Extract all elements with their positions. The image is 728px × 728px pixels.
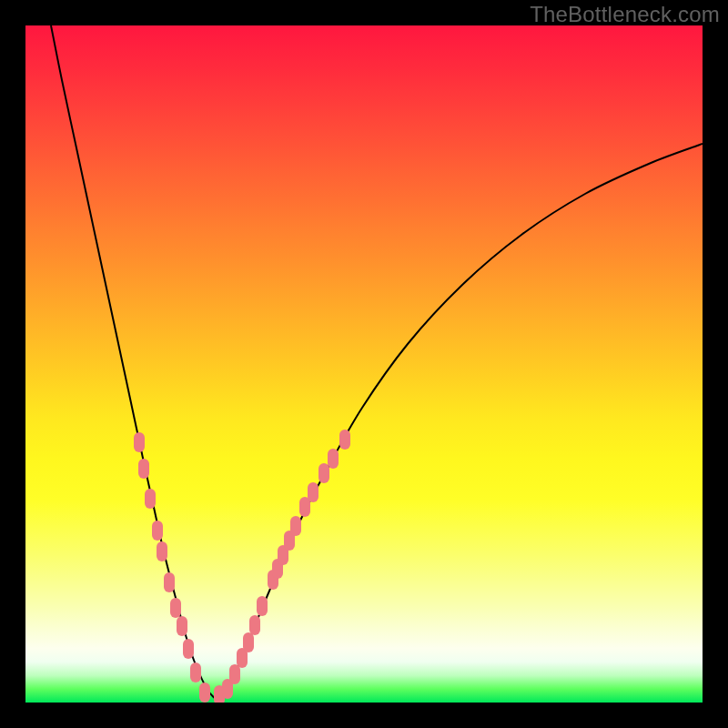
marker-point bbox=[328, 449, 339, 469]
marker-point bbox=[318, 463, 329, 483]
marker-point bbox=[190, 662, 201, 682]
marker-point bbox=[249, 615, 260, 635]
marker-point bbox=[157, 541, 167, 561]
marker-point bbox=[145, 489, 156, 509]
marker-point bbox=[164, 572, 175, 592]
marker-point bbox=[290, 516, 301, 536]
chart-frame: TheBottleneck.com bbox=[0, 0, 728, 728]
marker-point bbox=[243, 632, 254, 652]
series-lines bbox=[51, 25, 703, 703]
marker-point bbox=[134, 432, 145, 452]
marker-point bbox=[199, 682, 210, 703]
marker-point bbox=[257, 596, 268, 616]
marker-point bbox=[152, 521, 163, 541]
marker-point bbox=[183, 639, 194, 659]
marker-point bbox=[308, 482, 318, 502]
watermark-text: TheBottleneck.com bbox=[530, 2, 720, 27]
marker-group bbox=[134, 430, 350, 703]
marker-point bbox=[138, 459, 149, 479]
marker-point bbox=[339, 430, 350, 450]
marker-point bbox=[177, 616, 187, 636]
curve-right-curve bbox=[219, 144, 703, 703]
marker-point bbox=[170, 598, 181, 618]
curves-svg bbox=[25, 25, 703, 703]
marker-point bbox=[229, 664, 240, 684]
curve-left-curve bbox=[51, 25, 219, 703]
plot-area bbox=[25, 25, 703, 703]
